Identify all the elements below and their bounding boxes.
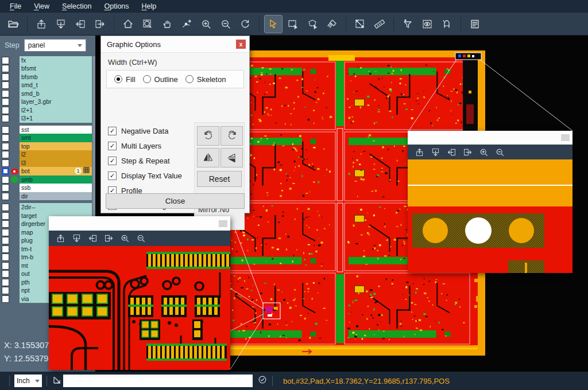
layer-row-bot[interactable]: bot1 xyxy=(0,167,95,176)
menu-options[interactable]: Options xyxy=(98,0,135,13)
open-folder-icon[interactable] xyxy=(5,15,22,33)
layer-checkbox[interactable] xyxy=(2,134,9,142)
move-down-icon[interactable] xyxy=(428,145,443,159)
move-left-icon[interactable] xyxy=(72,15,89,33)
layer-checkbox[interactable] xyxy=(2,65,9,72)
move-up-icon[interactable] xyxy=(33,15,50,33)
layer-checkbox[interactable] xyxy=(2,98,9,106)
flip-v-icon[interactable] xyxy=(220,148,243,167)
filter-icon[interactable] xyxy=(399,15,416,33)
layer-row-dir[interactable]: dir xyxy=(0,192,95,201)
layer-checkbox[interactable] xyxy=(2,295,9,303)
grid-icon[interactable] xyxy=(83,167,90,175)
popup-titlebar[interactable] xyxy=(408,131,572,145)
layer-checkbox[interactable] xyxy=(2,167,9,175)
zoom-in-icon[interactable] xyxy=(198,15,215,33)
layer-checkbox[interactable] xyxy=(2,126,9,134)
command-input[interactable] xyxy=(63,375,253,387)
layer-checkbox[interactable] xyxy=(2,245,9,253)
move-down-icon[interactable] xyxy=(52,15,69,33)
zoom-out-icon[interactable] xyxy=(133,232,148,245)
layer-row-smb[interactable]: smb xyxy=(0,176,95,184)
layer-row-smd_b[interactable]: smd_b xyxy=(0,89,95,98)
pcb-zoom-detail[interactable] xyxy=(49,246,230,370)
rect-select-icon[interactable] xyxy=(284,15,301,33)
measure-line-icon[interactable] xyxy=(351,15,369,33)
layer-checkbox[interactable] xyxy=(2,143,9,150)
zoom-undo-icon[interactable] xyxy=(237,15,254,33)
layer-checkbox[interactable] xyxy=(2,220,9,228)
layer-row-smd_t[interactable]: smd_t xyxy=(0,81,95,90)
move-left-icon[interactable] xyxy=(444,145,459,159)
layer-checkbox[interactable] xyxy=(2,270,9,278)
flip-h-icon[interactable] xyxy=(197,148,219,167)
layer-row-layer_3.gbr[interactable]: layer_3.gbr xyxy=(0,98,95,107)
layer-checkbox[interactable] xyxy=(2,90,9,98)
checkbox-display-text-value[interactable]: ✓Display Text Value xyxy=(108,168,182,183)
layer-row-sst[interactable]: sst xyxy=(0,126,95,134)
layer-row-smt[interactable]: smt xyxy=(0,134,95,143)
layer-row-bfsmt[interactable]: bfsmt xyxy=(0,65,95,73)
popup-window-button[interactable] xyxy=(219,220,227,227)
rotate-cw-icon[interactable] xyxy=(197,126,219,146)
layer-row-l2[interactable]: l2 xyxy=(0,151,95,159)
layer-checkbox[interactable] xyxy=(2,212,9,220)
checkbox-multi-layers[interactable]: ✓Multi Layers xyxy=(108,138,182,153)
layer-checkbox[interactable] xyxy=(2,262,9,270)
rotate-ccw-icon[interactable] xyxy=(220,126,243,146)
layer-checkbox[interactable] xyxy=(2,176,9,184)
layer-checkbox[interactable] xyxy=(2,229,9,236)
popup-window-button[interactable] xyxy=(561,134,570,141)
layer-checkbox[interactable] xyxy=(2,57,9,64)
radio-skeleton[interactable]: Skeleton xyxy=(185,75,226,84)
layer-checkbox[interactable] xyxy=(2,193,9,200)
move-left-icon[interactable] xyxy=(85,232,100,245)
menu-selection[interactable]: Selection xyxy=(56,0,98,13)
move-right-icon[interactable] xyxy=(460,145,475,159)
layer-row-l3[interactable]: l3 xyxy=(0,159,95,167)
layer-checkbox[interactable] xyxy=(2,279,9,286)
layer-row-ssb[interactable]: ssb xyxy=(0,184,95,193)
layer-checkbox[interactable] xyxy=(2,151,9,158)
layer-checkbox[interactable] xyxy=(2,184,9,192)
move-right-icon[interactable] xyxy=(101,232,116,245)
refresh-icon[interactable] xyxy=(257,375,268,387)
zoom-select-icon[interactable] xyxy=(139,15,156,33)
menu-view[interactable]: View xyxy=(28,0,56,13)
layer-row-2dir--[interactable]: 2dir-- xyxy=(0,204,95,212)
close-button[interactable]: Close xyxy=(106,193,245,209)
layer-checkbox[interactable] xyxy=(2,107,9,114)
layer-checkbox[interactable] xyxy=(2,81,9,89)
layer-checkbox[interactable] xyxy=(2,73,9,81)
dialog-titlebar[interactable]: Graphic Options x xyxy=(101,36,249,53)
unit-dropdown[interactable]: Inch xyxy=(14,375,42,387)
move-down-icon[interactable] xyxy=(69,232,84,245)
layer-row-l2+1[interactable]: l2+1 xyxy=(0,106,95,115)
view-region-icon[interactable] xyxy=(419,15,436,33)
clean-brush-icon[interactable] xyxy=(323,15,341,33)
zoom-out-icon[interactable] xyxy=(492,145,507,159)
dialog-close-button[interactable]: x xyxy=(236,40,246,49)
reset-button[interactable]: Reset xyxy=(197,171,242,187)
step-dropdown[interactable]: panel xyxy=(24,39,86,52)
move-up-icon[interactable] xyxy=(53,232,68,245)
zoom-in-icon[interactable] xyxy=(476,145,491,159)
layer-row-fx[interactable]: fx xyxy=(0,56,95,65)
home-icon[interactable] xyxy=(119,15,137,33)
group-select-icon[interactable] xyxy=(304,15,321,33)
notes-panel-icon[interactable] xyxy=(466,15,483,33)
move-vertex-icon[interactable] xyxy=(178,15,195,33)
zoom-in-icon[interactable] xyxy=(117,232,132,245)
radio-outline[interactable]: Outline xyxy=(143,75,178,84)
snap-magnet-icon[interactable] xyxy=(438,15,455,33)
layer-row-l3+1[interactable]: l3+1 xyxy=(0,115,95,123)
checkbox-negative-data[interactable]: ✓Negative Data xyxy=(108,123,182,138)
move-right-icon[interactable] xyxy=(91,15,109,33)
layer-row-top[interactable]: top xyxy=(0,142,95,151)
popup-titlebar[interactable] xyxy=(49,216,230,231)
pcb-zoom-detail[interactable] xyxy=(408,159,572,273)
layer-checkbox[interactable] xyxy=(2,204,9,211)
menu-help[interactable]: Help xyxy=(136,0,163,13)
layer-checkbox[interactable] xyxy=(2,287,9,294)
radio-fill[interactable]: Fill xyxy=(114,75,136,84)
